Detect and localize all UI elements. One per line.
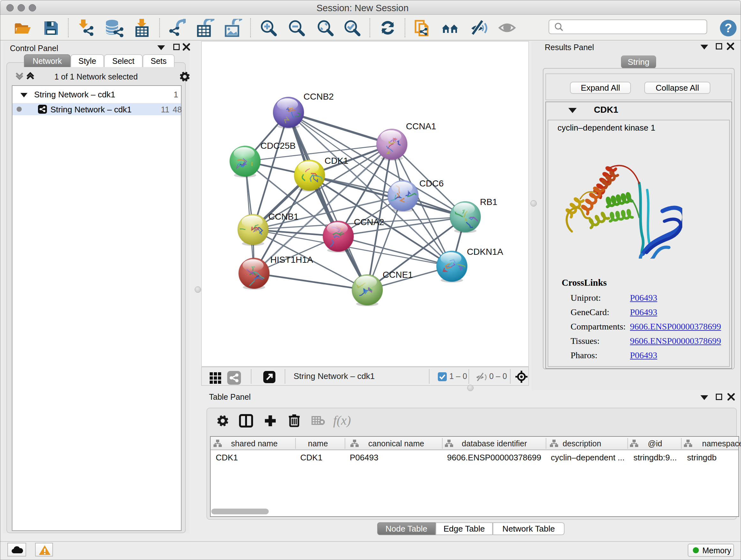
svg-text:?: ? [724, 21, 732, 35]
svg-text:CCNE1: CCNE1 [383, 270, 413, 280]
svg-text:RB1: RB1 [480, 197, 497, 207]
svg-text:CDC25B: CDC25B [260, 141, 295, 151]
svg-text:CCNB1: CCNB1 [268, 212, 299, 222]
svg-text:CCNA2: CCNA2 [354, 217, 384, 227]
svg-text:HIST1H1A: HIST1H1A [270, 255, 313, 265]
svg-text:CDK1: CDK1 [325, 156, 348, 166]
svg-text:CDC6: CDC6 [419, 179, 444, 188]
svg-text:CCNA1: CCNA1 [406, 121, 436, 131]
svg-text:CCNB2: CCNB2 [304, 91, 334, 102]
svg-text:CDKN1A: CDKN1A [467, 247, 503, 257]
